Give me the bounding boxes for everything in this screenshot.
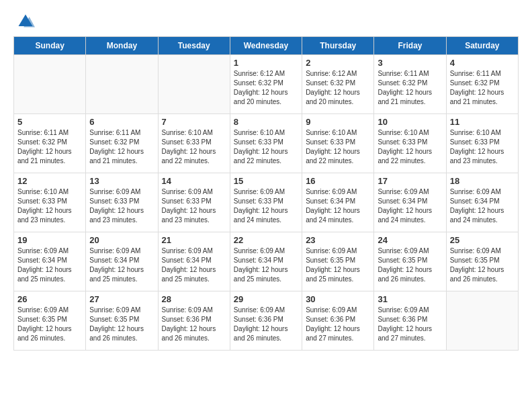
day-number: 14 bbox=[162, 176, 226, 186]
day-number: 24 bbox=[378, 235, 442, 245]
day-cell: 4Sunrise: 6:11 AM Sunset: 6:32 PM Daylig… bbox=[446, 55, 518, 114]
day-info: Sunrise: 6:10 AM Sunset: 6:33 PM Dayligh… bbox=[162, 128, 226, 166]
week-row-4: 19Sunrise: 6:09 AM Sunset: 6:34 PM Dayli… bbox=[14, 232, 519, 291]
day-number: 13 bbox=[89, 176, 154, 186]
day-info: Sunrise: 6:12 AM Sunset: 6:32 PM Dayligh… bbox=[306, 69, 370, 107]
day-number: 11 bbox=[450, 117, 515, 127]
day-info: Sunrise: 6:10 AM Sunset: 6:33 PM Dayligh… bbox=[378, 128, 442, 166]
day-number: 28 bbox=[162, 294, 226, 304]
day-cell: 13Sunrise: 6:09 AM Sunset: 6:33 PM Dayli… bbox=[86, 173, 158, 232]
day-info: Sunrise: 6:09 AM Sunset: 6:35 PM Dayligh… bbox=[450, 246, 515, 284]
day-number: 7 bbox=[162, 117, 226, 127]
day-cell: 24Sunrise: 6:09 AM Sunset: 6:35 PM Dayli… bbox=[374, 232, 446, 291]
day-number: 21 bbox=[162, 235, 226, 245]
day-cell: 12Sunrise: 6:10 AM Sunset: 6:33 PM Dayli… bbox=[14, 173, 86, 232]
day-info: Sunrise: 6:09 AM Sunset: 6:36 PM Dayligh… bbox=[306, 306, 370, 343]
day-info: Sunrise: 6:09 AM Sunset: 6:35 PM Dayligh… bbox=[378, 246, 442, 284]
day-cell: 8Sunrise: 6:10 AM Sunset: 6:33 PM Daylig… bbox=[230, 114, 302, 173]
calendar-table: SundayMondayTuesdayWednesdayThursdayFrid… bbox=[13, 36, 519, 351]
day-info: Sunrise: 6:09 AM Sunset: 6:35 PM Dayligh… bbox=[17, 306, 82, 343]
day-number: 27 bbox=[89, 294, 154, 304]
day-cell: 11Sunrise: 6:10 AM Sunset: 6:33 PM Dayli… bbox=[446, 114, 518, 173]
day-info: Sunrise: 6:09 AM Sunset: 6:36 PM Dayligh… bbox=[162, 306, 226, 343]
day-cell: 17Sunrise: 6:09 AM Sunset: 6:34 PM Dayli… bbox=[374, 173, 446, 232]
day-cell: 16Sunrise: 6:09 AM Sunset: 6:34 PM Dayli… bbox=[302, 173, 374, 232]
day-info: Sunrise: 6:09 AM Sunset: 6:34 PM Dayligh… bbox=[306, 187, 370, 225]
day-header-sunday: Sunday bbox=[14, 37, 86, 55]
day-cell: 31Sunrise: 6:09 AM Sunset: 6:36 PM Dayli… bbox=[374, 291, 446, 351]
logo bbox=[16, 12, 39, 31]
day-cell: 30Sunrise: 6:09 AM Sunset: 6:36 PM Dayli… bbox=[302, 291, 374, 351]
day-cell bbox=[158, 55, 230, 114]
page-container: SundayMondayTuesdayWednesdayThursdayFrid… bbox=[0, 0, 532, 357]
day-number: 10 bbox=[378, 117, 442, 127]
day-cell: 27Sunrise: 6:09 AM Sunset: 6:35 PM Dayli… bbox=[86, 291, 158, 351]
day-cell bbox=[86, 55, 158, 114]
week-row-5: 26Sunrise: 6:09 AM Sunset: 6:35 PM Dayli… bbox=[14, 291, 519, 351]
day-info: Sunrise: 6:09 AM Sunset: 6:33 PM Dayligh… bbox=[162, 187, 226, 225]
day-info: Sunrise: 6:11 AM Sunset: 6:32 PM Dayligh… bbox=[89, 128, 154, 166]
day-cell: 29Sunrise: 6:09 AM Sunset: 6:36 PM Dayli… bbox=[230, 291, 302, 351]
day-cell: 14Sunrise: 6:09 AM Sunset: 6:33 PM Dayli… bbox=[158, 173, 230, 232]
day-number: 30 bbox=[306, 294, 370, 304]
page-header bbox=[0, 0, 532, 36]
day-cell: 1Sunrise: 6:12 AM Sunset: 6:32 PM Daylig… bbox=[230, 55, 302, 114]
day-cell: 19Sunrise: 6:09 AM Sunset: 6:34 PM Dayli… bbox=[14, 232, 86, 291]
calendar-body: 1Sunrise: 6:12 AM Sunset: 6:32 PM Daylig… bbox=[14, 55, 519, 351]
day-cell: 22Sunrise: 6:09 AM Sunset: 6:34 PM Dayli… bbox=[230, 232, 302, 291]
day-info: Sunrise: 6:09 AM Sunset: 6:34 PM Dayligh… bbox=[378, 187, 442, 225]
day-number: 6 bbox=[89, 117, 154, 127]
day-number: 12 bbox=[17, 176, 82, 186]
day-number: 23 bbox=[306, 235, 370, 245]
day-info: Sunrise: 6:09 AM Sunset: 6:35 PM Dayligh… bbox=[89, 306, 154, 343]
day-info: Sunrise: 6:11 AM Sunset: 6:32 PM Dayligh… bbox=[450, 69, 515, 107]
days-header-row: SundayMondayTuesdayWednesdayThursdayFrid… bbox=[14, 37, 519, 55]
day-info: Sunrise: 6:09 AM Sunset: 6:33 PM Dayligh… bbox=[234, 187, 298, 225]
day-cell: 21Sunrise: 6:09 AM Sunset: 6:34 PM Dayli… bbox=[158, 232, 230, 291]
day-info: Sunrise: 6:09 AM Sunset: 6:36 PM Dayligh… bbox=[378, 306, 442, 343]
day-number: 1 bbox=[234, 58, 298, 68]
day-cell bbox=[446, 291, 518, 351]
day-header-wednesday: Wednesday bbox=[230, 37, 302, 55]
day-info: Sunrise: 6:11 AM Sunset: 6:32 PM Dayligh… bbox=[17, 128, 82, 166]
day-number: 22 bbox=[234, 235, 298, 245]
day-number: 19 bbox=[17, 235, 82, 245]
logo-icon bbox=[16, 12, 35, 31]
week-row-1: 1Sunrise: 6:12 AM Sunset: 6:32 PM Daylig… bbox=[14, 55, 519, 114]
week-row-2: 5Sunrise: 6:11 AM Sunset: 6:32 PM Daylig… bbox=[14, 114, 519, 173]
day-number: 9 bbox=[306, 117, 370, 127]
day-number: 2 bbox=[306, 58, 370, 68]
day-info: Sunrise: 6:09 AM Sunset: 6:34 PM Dayligh… bbox=[234, 246, 298, 284]
day-cell: 20Sunrise: 6:09 AM Sunset: 6:34 PM Dayli… bbox=[86, 232, 158, 291]
day-cell: 2Sunrise: 6:12 AM Sunset: 6:32 PM Daylig… bbox=[302, 55, 374, 114]
day-header-monday: Monday bbox=[86, 37, 158, 55]
day-info: Sunrise: 6:10 AM Sunset: 6:33 PM Dayligh… bbox=[234, 128, 298, 166]
day-number: 17 bbox=[378, 176, 442, 186]
day-info: Sunrise: 6:09 AM Sunset: 6:33 PM Dayligh… bbox=[89, 187, 154, 225]
day-cell bbox=[14, 55, 86, 114]
day-header-thursday: Thursday bbox=[302, 37, 374, 55]
day-cell: 7Sunrise: 6:10 AM Sunset: 6:33 PM Daylig… bbox=[158, 114, 230, 173]
day-header-saturday: Saturday bbox=[446, 37, 518, 55]
day-number: 26 bbox=[17, 294, 82, 304]
day-info: Sunrise: 6:09 AM Sunset: 6:34 PM Dayligh… bbox=[89, 246, 154, 284]
day-number: 5 bbox=[17, 117, 82, 127]
calendar-wrapper: SundayMondayTuesdayWednesdayThursdayFrid… bbox=[0, 36, 532, 357]
day-cell: 25Sunrise: 6:09 AM Sunset: 6:35 PM Dayli… bbox=[446, 232, 518, 291]
day-info: Sunrise: 6:09 AM Sunset: 6:36 PM Dayligh… bbox=[234, 306, 298, 343]
day-number: 15 bbox=[234, 176, 298, 186]
day-header-tuesday: Tuesday bbox=[158, 37, 230, 55]
day-cell: 10Sunrise: 6:10 AM Sunset: 6:33 PM Dayli… bbox=[374, 114, 446, 173]
day-cell: 23Sunrise: 6:09 AM Sunset: 6:35 PM Dayli… bbox=[302, 232, 374, 291]
day-cell: 3Sunrise: 6:11 AM Sunset: 6:32 PM Daylig… bbox=[374, 55, 446, 114]
day-cell: 18Sunrise: 6:09 AM Sunset: 6:34 PM Dayli… bbox=[446, 173, 518, 232]
day-number: 25 bbox=[450, 235, 515, 245]
day-cell: 5Sunrise: 6:11 AM Sunset: 6:32 PM Daylig… bbox=[14, 114, 86, 173]
day-info: Sunrise: 6:09 AM Sunset: 6:34 PM Dayligh… bbox=[450, 187, 515, 225]
day-header-friday: Friday bbox=[374, 37, 446, 55]
week-row-3: 12Sunrise: 6:10 AM Sunset: 6:33 PM Dayli… bbox=[14, 173, 519, 232]
day-number: 16 bbox=[306, 176, 370, 186]
day-info: Sunrise: 6:10 AM Sunset: 6:33 PM Dayligh… bbox=[17, 187, 82, 225]
day-number: 4 bbox=[450, 58, 515, 68]
day-number: 3 bbox=[378, 58, 442, 68]
